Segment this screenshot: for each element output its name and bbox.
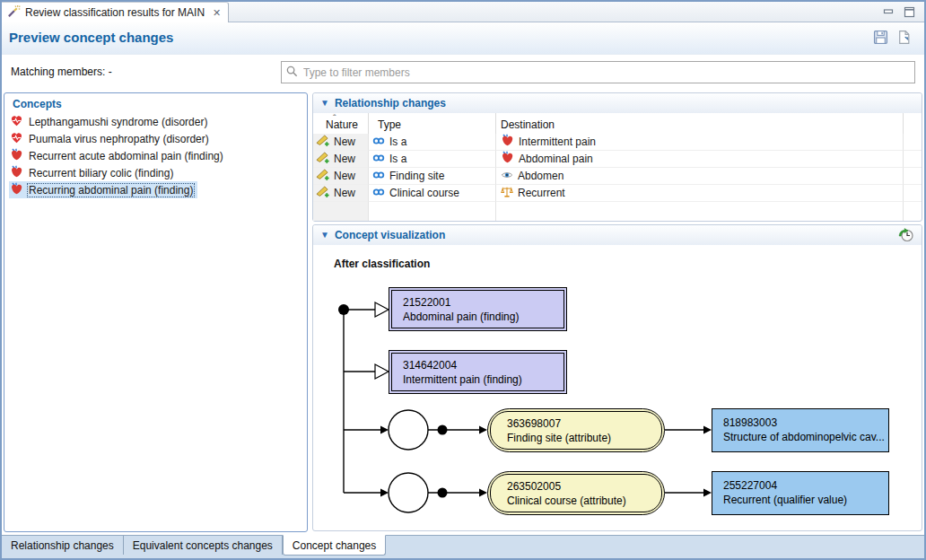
new-change-icon bbox=[316, 151, 329, 167]
form-header: Preview concept changes bbox=[2, 22, 924, 55]
table-row-cell-type[interactable]: Finding site bbox=[369, 168, 496, 185]
table-row-cell-destination[interactable]: Recurrent bbox=[496, 185, 904, 202]
concept-label: Puumala virus nephropathy (disorder) bbox=[27, 132, 211, 146]
filter-members-input[interactable] bbox=[281, 61, 915, 83]
relationship-changes-title: Relationship changes bbox=[335, 97, 446, 109]
concept-list-item[interactable]: Lepthangamushi syndrome (disorder) bbox=[9, 113, 212, 130]
relationship-icon bbox=[372, 135, 385, 150]
relationship-icon bbox=[372, 186, 385, 201]
concept-list-item-selected[interactable]: Recurring abdominal pain (finding) bbox=[9, 181, 197, 198]
finding-concept-icon bbox=[10, 182, 23, 198]
concept-node-id: 818983003 bbox=[723, 416, 885, 430]
application-window: Review classification results for MAIN ✕… bbox=[0, 0, 926, 560]
search-icon bbox=[285, 65, 299, 81]
save-as-icon[interactable] bbox=[896, 30, 912, 48]
tab-concept-changes[interactable]: Concept changes bbox=[283, 535, 386, 556]
relationship-icon bbox=[372, 169, 385, 184]
concept-node-id: 263502005 bbox=[507, 479, 658, 494]
minimize-icon[interactable] bbox=[883, 6, 895, 21]
disorder-concept-icon bbox=[10, 114, 23, 130]
collapse-triangle-icon[interactable]: ▼ bbox=[320, 99, 329, 108]
value-node-structure-of-abdominopelvic-cavity[interactable]: 818983003 Structure of abdominopelvic ca… bbox=[712, 408, 889, 452]
editor-tab-strip: Review classification results for MAIN ✕ bbox=[2, 2, 924, 22]
new-change-icon bbox=[316, 134, 329, 150]
concept-node-label: Recurrent (qualifier value) bbox=[723, 493, 885, 507]
column-header-nature[interactable]: ˆ Nature bbox=[313, 113, 369, 134]
relationship-icon bbox=[372, 152, 385, 167]
column-header-type[interactable]: Type bbox=[369, 113, 496, 134]
finding-concept-icon bbox=[10, 148, 23, 164]
filter-row: Matching members: - bbox=[2, 55, 924, 90]
concepts-panel-title: Concepts bbox=[4, 93, 307, 113]
concept-diagram: 21522001 Abdominal pain (finding) 314642… bbox=[313, 245, 922, 530]
table-row-cell-empty bbox=[904, 168, 922, 185]
wand-icon bbox=[7, 4, 21, 21]
maximize-icon[interactable] bbox=[904, 6, 915, 21]
concept-node-label: Structure of abdominopelvic cav... bbox=[723, 430, 885, 444]
new-change-icon bbox=[316, 185, 329, 201]
table-row-cell-type[interactable]: Is a bbox=[369, 151, 496, 168]
tab-relationship-changes[interactable]: Relationship changes bbox=[2, 536, 124, 555]
concept-label: Recurring abdominal pain (finding) bbox=[27, 183, 195, 197]
concept-node-label: Abdominal pain (finding) bbox=[403, 310, 560, 324]
table-row-cell-nature[interactable]: New bbox=[313, 134, 369, 151]
save-icon[interactable] bbox=[873, 30, 888, 48]
concept-label: Lepthangamushi syndrome (disorder) bbox=[27, 115, 209, 129]
concept-label: Recurrent acute abdominal pain (finding) bbox=[27, 149, 225, 163]
table-row-cell-nature[interactable]: New bbox=[313, 168, 369, 185]
filter-field-wrap bbox=[281, 61, 915, 83]
editor-tab-title: Review classification results for MAIN bbox=[25, 6, 205, 19]
page-title: Preview concept changes bbox=[9, 30, 173, 45]
column-header-empty bbox=[904, 113, 922, 134]
disorder-concept-icon bbox=[10, 131, 23, 147]
concept-visualization-header: ▼ Concept visualization bbox=[313, 225, 922, 245]
concept-list-item[interactable]: Recurrent acute abdominal pain (finding) bbox=[9, 147, 228, 164]
matching-members-label: Matching members: - bbox=[11, 66, 112, 78]
table-row-cell-empty bbox=[904, 151, 922, 168]
concept-node-id: 363698007 bbox=[507, 416, 658, 431]
concept-node-id: 255227004 bbox=[723, 478, 885, 493]
table-row-cell-type[interactable]: Clinical course bbox=[369, 185, 496, 202]
concept-list-item[interactable]: Recurrent biliary colic (finding) bbox=[9, 164, 178, 181]
history-icon[interactable] bbox=[897, 227, 914, 247]
table-row-cell-type[interactable]: Is a bbox=[369, 134, 496, 151]
concept-label: Recurrent biliary colic (finding) bbox=[27, 166, 175, 180]
concept-visualization-panel: ▼ Concept visualization After classifica… bbox=[312, 224, 922, 531]
finding-concept-icon bbox=[501, 134, 514, 150]
concepts-list: Lepthangamushi syndrome (disorder) Puuma… bbox=[4, 113, 307, 198]
tab-equivalent-concepts-changes[interactable]: Equivalent concepts changes bbox=[124, 536, 283, 555]
relationship-changes-panel: ▼ Relationship changes ˆ Nature Type Des… bbox=[312, 92, 922, 222]
table-row-cell-destination[interactable]: Abdominal pain bbox=[496, 151, 904, 168]
concept-list-item[interactable]: Puumala virus nephropathy (disorder) bbox=[9, 130, 214, 147]
finding-concept-icon bbox=[501, 151, 514, 167]
table-row-cell-destination[interactable]: Abdomen bbox=[496, 168, 904, 185]
table-row-cell-empty bbox=[904, 185, 922, 202]
new-change-icon bbox=[316, 168, 329, 184]
close-icon[interactable]: ✕ bbox=[213, 7, 221, 19]
attribute-node-clinical-course[interactable]: 263502005 Clinical course (attribute) bbox=[487, 471, 665, 515]
bottom-tab-strip: Relationship changes Equivalent concepts… bbox=[2, 535, 924, 558]
concepts-panel: Concepts Lepthangamushi syndrome (disord… bbox=[4, 92, 308, 532]
attribute-node-finding-site[interactable]: 363698007 Finding site (attribute) bbox=[487, 408, 665, 452]
relationship-changes-header: ▼ Relationship changes bbox=[313, 93, 922, 113]
concept-node-intermittent-pain[interactable]: 314642004 Intermittent pain (finding) bbox=[389, 350, 567, 394]
concept-node-label: Clinical course (attribute) bbox=[507, 494, 658, 508]
body-structure-icon bbox=[501, 169, 513, 184]
column-header-destination[interactable]: Destination bbox=[496, 113, 904, 134]
collapse-triangle-icon[interactable]: ▼ bbox=[320, 231, 329, 240]
finding-concept-icon bbox=[10, 165, 23, 181]
concept-node-id: 314642004 bbox=[403, 358, 560, 372]
table-row-cell-nature[interactable]: New bbox=[313, 185, 369, 202]
sort-ascending-icon: ˆ bbox=[333, 113, 336, 124]
editor-tab-review-classification[interactable]: Review classification results for MAIN ✕ bbox=[2, 2, 229, 22]
table-row-cell-nature[interactable]: New bbox=[313, 151, 369, 168]
table-row-cell-empty bbox=[904, 134, 922, 151]
concept-visualization-title: Concept visualization bbox=[335, 229, 445, 241]
relationship-table: ˆ Nature Type Destination New Is a bbox=[313, 113, 922, 221]
concept-node-label: Intermittent pain (finding) bbox=[403, 372, 560, 387]
concept-node-abdominal-pain[interactable]: 21522001 Abdominal pain (finding) bbox=[389, 287, 567, 331]
concept-node-id: 21522001 bbox=[403, 295, 560, 310]
value-node-recurrent[interactable]: 255227004 Recurrent (qualifier value) bbox=[712, 471, 889, 515]
qualifier-value-icon bbox=[501, 186, 513, 201]
table-row-cell-destination[interactable]: Intermittent pain bbox=[496, 134, 904, 151]
